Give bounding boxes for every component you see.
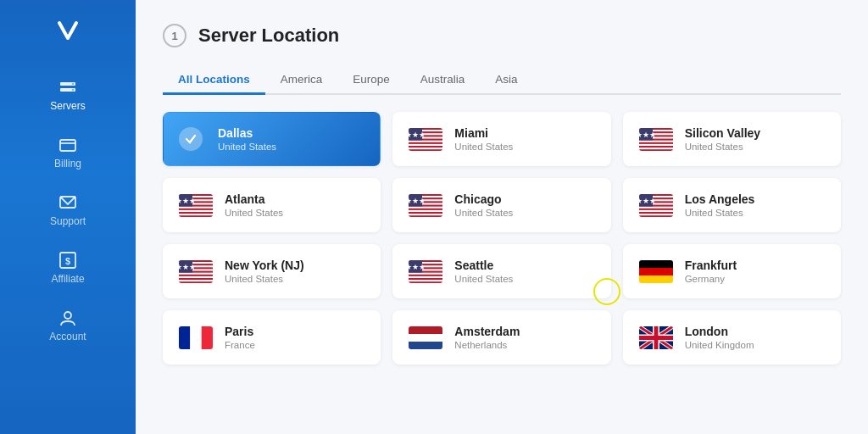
silicon-valley-city: Silicon Valley bbox=[685, 126, 761, 140]
affiliate-icon: $ bbox=[58, 251, 77, 270]
svg-rect-32 bbox=[179, 206, 213, 208]
svg-text:★★★: ★★★ bbox=[639, 131, 656, 139]
sidebar-item-servers[interactable]: Servers bbox=[0, 66, 136, 124]
fr-flag-paris bbox=[179, 326, 213, 349]
tab-australia[interactable]: Australia bbox=[405, 66, 481, 95]
chicago-country: United States bbox=[454, 208, 513, 218]
svg-rect-51 bbox=[639, 209, 673, 211]
svg-text:★★★: ★★★ bbox=[639, 197, 656, 205]
svg-rect-59 bbox=[179, 272, 213, 274]
dallas-info: Dallas United States bbox=[218, 126, 276, 152]
paris-country: France bbox=[225, 340, 255, 350]
location-card-london[interactable]: London United Kingdom bbox=[623, 310, 841, 364]
svg-rect-76 bbox=[179, 326, 190, 349]
sidebar-item-account[interactable]: Account bbox=[0, 297, 136, 354]
location-card-atlanta[interactable]: ★★★ Atlanta United States bbox=[163, 178, 381, 232]
location-card-silicon-valley[interactable]: ★★★ Silicon Valley United States bbox=[623, 112, 841, 166]
servers-icon bbox=[58, 78, 77, 97]
frankfurt-city: Frankfurt bbox=[685, 259, 737, 272]
svg-rect-33 bbox=[179, 209, 213, 211]
new-york-city: New York (NJ) bbox=[225, 259, 304, 272]
location-card-new-york[interactable]: ★★★ New York (NJ) United States bbox=[163, 244, 381, 298]
paris-info: Paris France bbox=[225, 325, 255, 350]
silicon-valley-country: United States bbox=[685, 142, 761, 152]
svg-rect-73 bbox=[639, 260, 673, 268]
us-flag-silicon-valley: ★★★ bbox=[639, 128, 673, 151]
svg-rect-15 bbox=[409, 143, 442, 145]
location-tabs: All Locations America Europe Australia A… bbox=[163, 66, 841, 95]
location-card-dallas[interactable]: Dallas United States bbox=[163, 112, 381, 166]
svg-text:★★★: ★★★ bbox=[409, 197, 426, 205]
svg-rect-61 bbox=[179, 280, 213, 281]
billing-icon bbox=[58, 136, 77, 154]
step-badge: 1 bbox=[163, 24, 186, 47]
svg-rect-80 bbox=[409, 334, 442, 342]
svg-text:$: $ bbox=[65, 256, 70, 266]
svg-rect-70 bbox=[409, 280, 442, 281]
dallas-country: United States bbox=[218, 142, 276, 152]
los-angeles-info: Los Angeles United States bbox=[685, 192, 755, 218]
svg-rect-16 bbox=[409, 147, 442, 149]
svg-rect-34 bbox=[179, 214, 213, 215]
seattle-city: Seattle bbox=[454, 259, 513, 272]
svg-point-3 bbox=[72, 89, 74, 91]
los-angeles-country: United States bbox=[685, 208, 755, 218]
location-card-miami[interactable]: ★★★ Miami United States bbox=[392, 112, 610, 166]
seattle-info: Seattle United States bbox=[454, 259, 513, 284]
sidebar-item-affiliate[interactable]: $ Affiliate bbox=[0, 239, 136, 297]
london-country: United Kingdom bbox=[685, 340, 754, 350]
chicago-city: Chicago bbox=[454, 192, 513, 206]
london-city: London bbox=[685, 325, 754, 338]
tab-all-locations[interactable]: All Locations bbox=[163, 66, 265, 95]
location-card-seattle[interactable]: ★★★ Seattle United States bbox=[392, 244, 610, 298]
miami-country: United States bbox=[454, 142, 513, 152]
svg-rect-90 bbox=[639, 336, 673, 340]
svg-rect-23 bbox=[639, 140, 673, 142]
svg-rect-50 bbox=[639, 206, 673, 208]
location-card-los-angeles[interactable]: ★★★ Los Angeles United States bbox=[623, 178, 841, 232]
sidebar-label-support: Support bbox=[50, 215, 86, 227]
svg-rect-42 bbox=[409, 209, 442, 211]
svg-point-2 bbox=[72, 83, 74, 85]
tab-europe[interactable]: Europe bbox=[337, 66, 405, 95]
location-card-chicago[interactable]: ★★★ Chicago United States bbox=[392, 178, 610, 232]
tab-america[interactable]: America bbox=[265, 66, 338, 95]
svg-rect-74 bbox=[639, 268, 673, 275]
location-card-frankfurt[interactable]: Frankfurt Germany bbox=[623, 244, 841, 298]
svg-text:★★★: ★★★ bbox=[179, 263, 196, 271]
support-icon bbox=[58, 193, 77, 212]
atlanta-country: United States bbox=[225, 208, 283, 218]
london-info: London United Kingdom bbox=[685, 325, 754, 350]
svg-text:★★★: ★★★ bbox=[179, 197, 196, 205]
page-header: 1 Server Location bbox=[163, 24, 841, 47]
miami-city: Miami bbox=[454, 126, 513, 140]
selected-check bbox=[179, 127, 203, 151]
sidebar-item-support[interactable]: Support bbox=[0, 181, 136, 239]
sidebar-label-account: Account bbox=[49, 331, 86, 342]
svg-rect-79 bbox=[409, 326, 442, 334]
seattle-country: United States bbox=[454, 274, 513, 284]
us-flag-atlanta: ★★★ bbox=[179, 194, 213, 217]
svg-rect-52 bbox=[639, 214, 673, 215]
svg-rect-14 bbox=[409, 140, 442, 142]
frankfurt-country: Germany bbox=[685, 274, 737, 284]
svg-rect-77 bbox=[190, 326, 201, 349]
svg-rect-69 bbox=[409, 275, 442, 277]
location-card-amsterdam[interactable]: Amsterdam Netherlands bbox=[392, 310, 610, 364]
main-content: 1 Server Location All Locations America … bbox=[136, 0, 868, 434]
us-flag-new-york: ★★★ bbox=[179, 260, 213, 283]
svg-rect-41 bbox=[409, 206, 442, 208]
miami-info: Miami United States bbox=[454, 126, 513, 152]
atlanta-info: Atlanta United States bbox=[225, 192, 283, 218]
sidebar: Servers Billing Support $ Affiliate bbox=[0, 0, 136, 434]
sidebar-item-billing[interactable]: Billing bbox=[0, 124, 136, 181]
amsterdam-city: Amsterdam bbox=[454, 325, 520, 338]
sidebar-label-servers: Servers bbox=[50, 100, 85, 112]
location-card-paris[interactable]: Paris France bbox=[163, 310, 381, 364]
tab-asia[interactable]: Asia bbox=[480, 66, 532, 95]
svg-text:★★★: ★★★ bbox=[409, 263, 426, 271]
location-grid: Dallas United States ★★★ bbox=[163, 112, 841, 364]
svg-rect-25 bbox=[639, 147, 673, 149]
atlanta-city: Atlanta bbox=[225, 192, 283, 206]
nl-flag-amsterdam bbox=[409, 326, 442, 349]
